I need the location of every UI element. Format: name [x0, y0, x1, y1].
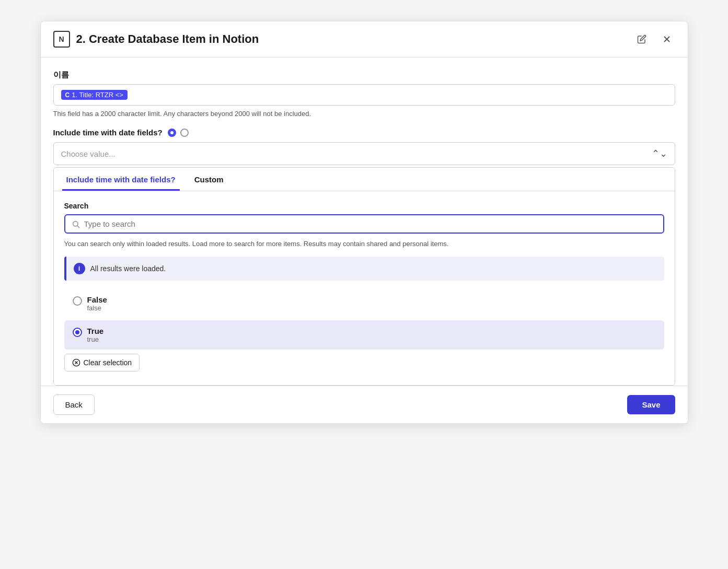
modal-header: N 2. Create Database Item in Notion — [41, 21, 688, 57]
option-false-label: False — [87, 295, 107, 304]
radio-group-inline — [168, 129, 189, 137]
header-left: N 2. Create Database Item in Notion — [53, 31, 259, 48]
notion-icon: N — [53, 31, 70, 48]
choose-value-dropdown[interactable]: Choose value... ⌃⌄ — [53, 142, 675, 165]
search-input[interactable] — [84, 219, 657, 228]
name-field-label: 이름 — [53, 70, 675, 80]
option-true-value: true — [87, 335, 104, 343]
clear-selection-button[interactable]: Clear selection — [64, 354, 140, 371]
close-button[interactable] — [658, 31, 675, 48]
tab-custom[interactable]: Custom — [190, 168, 228, 191]
name-field-container: C 1. Title: RTZR <> — [53, 84, 675, 106]
dropdown-panel: Include time with date fields? Custom Se… — [53, 167, 675, 386]
option-false-value: false — [87, 304, 107, 312]
option-false[interactable]: False false — [64, 289, 664, 318]
clear-icon — [72, 358, 80, 367]
field-hint: This field has a 2000 character limit. A… — [53, 110, 675, 118]
info-icon: i — [74, 263, 85, 274]
search-input-container — [64, 214, 664, 234]
info-banner: i All results were loaded. — [64, 257, 664, 281]
choose-value-placeholder: Choose value... — [61, 149, 115, 158]
save-button[interactable]: Save — [627, 395, 675, 414]
search-label: Search — [64, 202, 664, 210]
header-actions — [633, 31, 675, 48]
svg-line-3 — [77, 226, 79, 228]
chevron-icon: ⌃⌄ — [652, 148, 667, 159]
edit-button[interactable] — [633, 31, 650, 48]
include-time-row: Include time with date fields? — [53, 128, 675, 137]
radio-false[interactable] — [73, 296, 82, 306]
modal-title: 2. Create Database Item in Notion — [76, 32, 259, 46]
dropdown-content: Search You can search only within loaded… — [54, 191, 675, 385]
radio-yes[interactable] — [168, 129, 176, 137]
modal-container: N 2. Create Database Item in Notion — [40, 21, 688, 424]
back-button[interactable]: Back — [53, 394, 95, 415]
modal-footer: Back Save — [41, 386, 688, 423]
dropdown-tabs: Include time with date fields? Custom — [54, 168, 675, 191]
radio-true[interactable] — [73, 328, 82, 337]
option-true[interactable]: True true — [64, 320, 664, 350]
include-time-label: Include time with date fields? — [53, 128, 163, 137]
info-text: All results were loaded. — [90, 264, 166, 273]
option-true-label: True — [87, 327, 104, 335]
modal-body: 이름 C 1. Title: RTZR <> This field has a … — [41, 57, 688, 386]
name-tag: C 1. Title: RTZR <> — [61, 90, 128, 100]
radio-no[interactable] — [180, 129, 189, 137]
search-icon — [72, 220, 80, 228]
tab-include-time[interactable]: Include time with date fields? — [62, 168, 180, 191]
search-hint: You can search only within loaded result… — [64, 239, 664, 249]
